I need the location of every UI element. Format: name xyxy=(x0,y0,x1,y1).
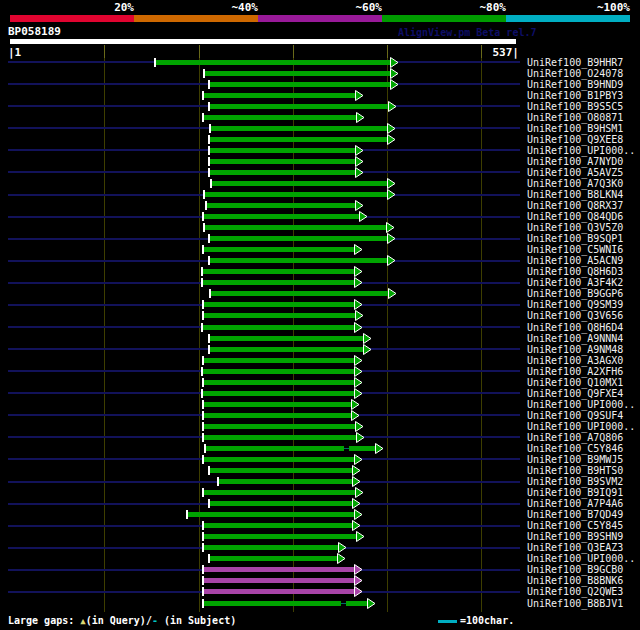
alignment-bar[interactable] xyxy=(346,601,368,606)
hit-label[interactable]: UniRef100_B9HSM1 xyxy=(527,123,623,134)
alignment-bar[interactable] xyxy=(209,159,357,164)
hit-label[interactable]: UniRef100_A2XFH6 xyxy=(527,366,623,377)
alignment-bar[interactable] xyxy=(209,236,389,241)
alignment-bar[interactable] xyxy=(203,402,352,407)
alignment-bar[interactable] xyxy=(203,313,356,318)
hit-label[interactable]: UniRef100_B9HHR7 xyxy=(527,57,623,68)
hit-label[interactable]: UniRef100_UPI000.. xyxy=(527,421,635,432)
hit-label[interactable]: UniRef100_Q8RX37 xyxy=(527,200,623,211)
hit-label[interactable]: UniRef100_Q8H6D4 xyxy=(527,322,623,333)
alignment-row[interactable]: UniRef100_A3AGX0 xyxy=(0,355,640,366)
hit-label[interactable]: UniRef100_Q84QD6 xyxy=(527,211,623,222)
alignment-bar[interactable] xyxy=(204,71,391,76)
alignment-row[interactable]: UniRef100_O24078 xyxy=(0,68,640,79)
alignment-row[interactable]: UniRef100_C5Y845 xyxy=(0,520,640,531)
alignment-bar[interactable] xyxy=(206,203,356,208)
hit-label[interactable]: UniRef100_C5Y846 xyxy=(527,443,623,454)
hit-label[interactable]: UniRef100_B8BJV1 xyxy=(527,598,623,609)
alignment-bar[interactable] xyxy=(209,468,353,473)
alignment-row[interactable]: UniRef100_B9SQP1 xyxy=(0,233,640,244)
hit-label[interactable]: UniRef100_B9GCB0 xyxy=(527,564,623,575)
alignment-bar[interactable] xyxy=(187,512,354,517)
alignment-bar[interactable] xyxy=(203,523,352,528)
alignment-row[interactable]: UniRef100_B9HND9 xyxy=(0,79,640,90)
alignment-row[interactable]: UniRef100_B8BNK6 xyxy=(0,575,640,586)
alignment-row[interactable]: UniRef100_Q9SUF4 xyxy=(0,410,640,421)
hit-label[interactable]: UniRef100_A5ACN9 xyxy=(527,255,623,266)
alignment-bar[interactable] xyxy=(209,501,353,506)
alignment-bar[interactable] xyxy=(203,424,356,429)
hit-label[interactable]: UniRef100_A9NM48 xyxy=(527,344,623,355)
alignment-bar[interactable] xyxy=(203,93,356,98)
alignment-bar[interactable] xyxy=(218,479,352,484)
alignment-row[interactable]: UniRef100_B1PBY3 xyxy=(0,90,640,101)
alignment-row[interactable]: UniRef100_B7QD49 xyxy=(0,509,640,520)
hit-label[interactable]: UniRef100_Q2QWE3 xyxy=(527,586,623,597)
alignment-row[interactable]: UniRef100_B9MWJ5 xyxy=(0,454,640,465)
alignment-bar[interactable] xyxy=(210,291,390,296)
hit-label[interactable]: UniRef100_Q3V656 xyxy=(527,310,623,321)
alignment-row[interactable]: UniRef100_Q84QD6 xyxy=(0,211,640,222)
alignment-row[interactable]: UniRef100_UPI000.. xyxy=(0,553,640,564)
alignment-bar[interactable] xyxy=(203,457,355,462)
alignment-row[interactable]: UniRef100_B9HTS0 xyxy=(0,465,640,476)
hit-label[interactable]: UniRef100_B9MWJ5 xyxy=(527,454,623,465)
hit-label[interactable]: UniRef100_B9HTS0 xyxy=(527,465,623,476)
alignment-bar[interactable] xyxy=(205,446,344,451)
alignment-bar[interactable] xyxy=(211,181,389,186)
alignment-row[interactable]: UniRef100_A9NNN4 xyxy=(0,333,640,344)
alignment-bar[interactable] xyxy=(209,170,357,175)
alignment-bar[interactable] xyxy=(202,369,354,374)
alignment-row[interactable]: UniRef100_B9SHN9 xyxy=(0,531,640,542)
alignment-bar[interactable] xyxy=(209,347,364,352)
hit-label[interactable]: UniRef100_C5WNI6 xyxy=(527,244,623,255)
hit-label[interactable]: UniRef100_Q3V5Z0 xyxy=(527,222,623,233)
hit-label[interactable]: UniRef100_A9NNN4 xyxy=(527,333,623,344)
alignment-bar[interactable] xyxy=(203,435,357,440)
alignment-bar[interactable] xyxy=(203,545,339,550)
hit-label[interactable]: UniRef100_O24078 xyxy=(527,68,623,79)
alignment-row[interactable]: UniRef100_Q3V5Z0 xyxy=(0,222,640,233)
hit-label[interactable]: UniRef100_Q8H6D3 xyxy=(527,266,623,277)
alignment-row[interactable]: UniRef100_B9IQ91 xyxy=(0,487,640,498)
alignment-row[interactable]: UniRef100_Q8RX37 xyxy=(0,200,640,211)
alignment-row[interactable]: UniRef100_B8BJV1 xyxy=(0,598,640,609)
alignment-row[interactable]: UniRef100_A9NM48 xyxy=(0,344,640,355)
alignment-bar[interactable] xyxy=(202,391,355,396)
alignment-row[interactable]: UniRef100_Q10MX1 xyxy=(0,377,640,388)
alignment-row[interactable]: UniRef100_Q8H6D4 xyxy=(0,322,640,333)
alignment-row[interactable]: UniRef100_Q9SM39 xyxy=(0,299,640,310)
hit-label[interactable]: UniRef100_UPI000.. xyxy=(527,553,635,564)
alignment-bar[interactable] xyxy=(210,126,389,131)
hit-label[interactable]: UniRef100_A3AGX0 xyxy=(527,355,623,366)
alignment-bar[interactable] xyxy=(209,82,391,87)
alignment-bar[interactable] xyxy=(202,269,354,274)
alignment-bar[interactable] xyxy=(202,325,354,330)
alignment-row[interactable]: UniRef100_Q3V656 xyxy=(0,310,640,321)
alignment-row[interactable]: UniRef100_B9HSM1 xyxy=(0,123,640,134)
hit-label[interactable]: UniRef100_B9SVM2 xyxy=(527,476,623,487)
hit-label[interactable]: UniRef100_B7QD49 xyxy=(527,509,623,520)
alignment-row[interactable]: UniRef100_C5WNI6 xyxy=(0,244,640,255)
alignment-row[interactable]: UniRef100_A5ACN9 xyxy=(0,255,640,266)
alignment-bar[interactable] xyxy=(203,601,341,606)
alignment-bar[interactable] xyxy=(203,358,354,363)
hit-label[interactable]: UniRef100_C5Y845 xyxy=(527,520,623,531)
alignment-bar[interactable] xyxy=(209,148,357,153)
hit-label[interactable]: UniRef100_Q3EAZ3 xyxy=(527,542,623,553)
hit-label[interactable]: UniRef100_B9SQP1 xyxy=(527,233,623,244)
hit-label[interactable]: UniRef100_A7Q3K0 xyxy=(527,178,623,189)
hit-label[interactable]: UniRef100_UPI000.. xyxy=(527,145,635,156)
alignment-bar[interactable] xyxy=(203,247,354,252)
alignment-bar[interactable] xyxy=(203,413,352,418)
alignment-row[interactable]: UniRef100_UPI000.. xyxy=(0,399,640,410)
alignment-bar[interactable] xyxy=(203,578,354,583)
alignment-row[interactable]: UniRef100_A7P4A6 xyxy=(0,498,640,509)
alignment-bar[interactable] xyxy=(203,567,355,572)
alignment-row[interactable]: UniRef100_A7NYD0 xyxy=(0,156,640,167)
hit-label[interactable]: UniRef100_A7NYD0 xyxy=(527,156,623,167)
hit-label[interactable]: UniRef100_B9HND9 xyxy=(527,79,623,90)
hit-label[interactable]: UniRef100_UPI000.. xyxy=(527,399,635,410)
alignment-bar[interactable] xyxy=(209,137,389,142)
hit-label[interactable]: UniRef100_Q9FXE4 xyxy=(527,388,623,399)
